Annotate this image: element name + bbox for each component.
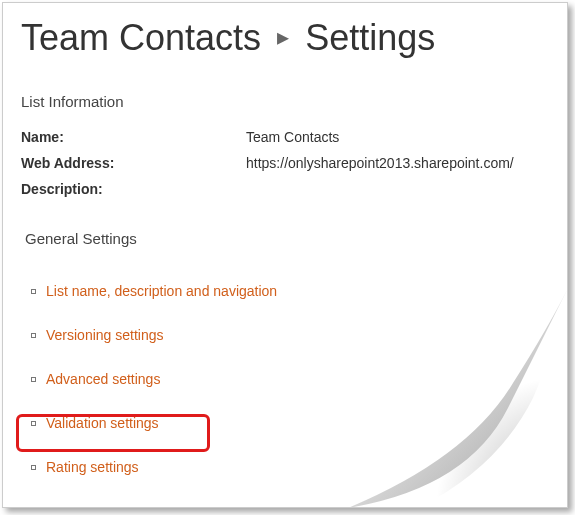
breadcrumb: Team Contacts ▸ Settings <box>3 3 567 67</box>
bullet-icon <box>31 289 36 294</box>
info-row-name: Name: Team Contacts <box>21 124 549 150</box>
info-label: Description: <box>21 176 246 202</box>
link-validation-settings[interactable]: Validation settings <box>46 415 159 431</box>
info-label: Web Address: <box>21 150 246 176</box>
list-item: Rating settings <box>31 445 549 489</box>
link-rating-settings[interactable]: Rating settings <box>46 459 139 475</box>
bullet-icon <box>31 421 36 426</box>
breadcrumb-page: Settings <box>305 17 435 58</box>
chevron-right-icon: ▸ <box>271 23 295 50</box>
list-item: Versioning settings <box>31 313 549 357</box>
info-row-description: Description: <box>21 176 549 202</box>
list-item: Advanced settings <box>31 357 549 401</box>
list-item: List name, description and navigation <box>31 269 549 313</box>
list-information-heading: List Information <box>3 67 567 114</box>
settings-page: Team Contacts ▸ Settings List Informatio… <box>2 2 568 508</box>
bullet-icon <box>31 377 36 382</box>
info-label: Name: <box>21 124 246 150</box>
link-versioning-settings[interactable]: Versioning settings <box>46 327 164 343</box>
list-item: Validation settings <box>31 401 549 445</box>
general-settings-links: List name, description and navigation Ve… <box>3 255 567 489</box>
list-information: Name: Team Contacts Web Address: https:/… <box>3 114 567 202</box>
info-value[interactable]: https://onlysharepoint2013.sharepoint.co… <box>246 150 514 176</box>
link-advanced-settings[interactable]: Advanced settings <box>46 371 160 387</box>
general-settings-heading: General Settings <box>3 202 567 255</box>
bullet-icon <box>31 465 36 470</box>
bullet-icon <box>31 333 36 338</box>
link-list-name-description-navigation[interactable]: List name, description and navigation <box>46 283 277 299</box>
info-row-web-address: Web Address: https://onlysharepoint2013.… <box>21 150 549 176</box>
breadcrumb-list-name[interactable]: Team Contacts <box>21 17 261 58</box>
info-value: Team Contacts <box>246 124 339 150</box>
